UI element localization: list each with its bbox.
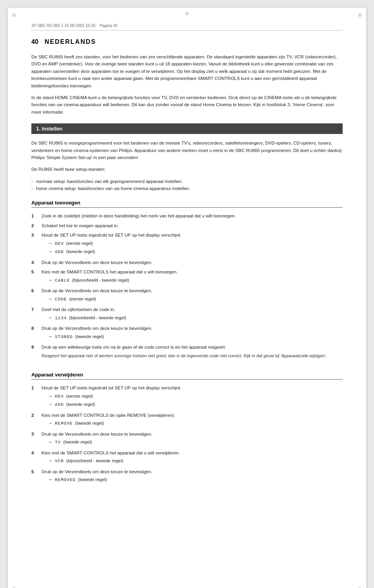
- subsection-toevoegen-heading: Apparaat toevoegen: [31, 200, 343, 208]
- section1-heading: 1. Instellen: [31, 123, 343, 134]
- step-text: Kies met de SMART CONTROLS het apparaat …: [42, 450, 180, 455]
- step-italic-note: Reageert het apparaat niet of werken som…: [42, 353, 343, 360]
- arrow-item: →DEV (eerste regel): [48, 393, 343, 400]
- setup-option-1: normale setup: basisfuncties van elk gep…: [31, 178, 343, 185]
- display-value: TV: [55, 439, 61, 446]
- display-note: (tweede regel): [66, 401, 95, 408]
- step-content: Houd de SET UP-toets ingedrukt tot SET U…: [42, 384, 343, 409]
- display-value: REMOVED: [55, 477, 76, 484]
- step-number: 4: [31, 259, 37, 266]
- list-item: 8Druk op de Verzendtoets om deze keuze t…: [31, 325, 343, 341]
- list-item: 7Geef met de cijfertoetsen de code in.→1…: [31, 306, 343, 322]
- step-text: Druk op een willekeurige toets om na te …: [42, 345, 226, 349]
- arrow-icon: →: [48, 420, 53, 427]
- arrow-item: →1234 (bijvoorbeeld - tweede regel): [48, 314, 343, 322]
- step-content: Geef met de cijfertoetsen de code in.→12…: [42, 306, 343, 322]
- display-note: (eerste regel): [66, 393, 93, 400]
- setup-options-list: normale setup: basisfuncties van elk gep…: [31, 178, 343, 192]
- setup-intro: De RU865 heeft twee setup-standen:: [31, 166, 343, 173]
- intro-section: De SBC RU865 heeft zes standen, voor het…: [31, 53, 343, 116]
- step-number: 4: [31, 449, 37, 466]
- step-content: Druk op de Verzendtoets om deze keuze te…: [42, 468, 343, 485]
- arrow-item: →STORED (tweede regel): [48, 333, 343, 341]
- step-content: Kies met de SMART CONTROLS het apparaat …: [42, 449, 343, 466]
- arrow-icon: →: [48, 401, 53, 408]
- step-number: 6: [31, 287, 37, 304]
- step-content: Schakel het toe te voegen apparaat in.: [42, 222, 343, 229]
- list-item: 6Druk op de Verzendtoets om deze keuze t…: [31, 287, 343, 304]
- step-number: 2: [31, 222, 37, 229]
- list-item: 1Zoek in de codelijst (midden in deze ha…: [31, 212, 343, 219]
- step-content: Kies met de SMART CONTROLS de optie REMO…: [42, 412, 343, 428]
- page-number: 40: [31, 38, 38, 45]
- step-text: Druk op de Verzendtoets om deze keuze te…: [42, 469, 153, 474]
- arrow-item: →ADD (tweede regel): [48, 401, 343, 409]
- intro-para-1: De SBC RU865 heeft zes standen, voor het…: [31, 53, 343, 89]
- arrow-icon: →: [48, 457, 53, 465]
- arrow-icon: →: [48, 476, 53, 483]
- display-value: CODE: [55, 296, 67, 303]
- step-number: 3: [31, 431, 37, 447]
- display-note: (tweede regel): [75, 420, 104, 427]
- step-text: Zoek in de codelijst (midden in deze han…: [42, 213, 236, 218]
- step-text: Kies met de SMART CONTROLS het apparaat …: [42, 270, 178, 274]
- doc-meta: XP SBC RU 865.1 15-08-2002 10:26 Pagina …: [31, 24, 343, 31]
- step-number: 2: [31, 412, 37, 428]
- list-item: 5Kies met de SMART CONTROLS het apparaat…: [31, 268, 343, 285]
- top-crosshair: ⊕: [185, 10, 189, 16]
- step-content: Druk op de Verzendtoets om deze keuze te…: [42, 325, 343, 341]
- step-text: Druk op de Verzendtoets om deze keuze te…: [42, 326, 153, 331]
- arrow-item: →ADD (tweede regel): [48, 248, 343, 256]
- step-number: 7: [31, 306, 37, 322]
- display-value: CABLE: [55, 277, 70, 284]
- arrow-item: →CODE (eerste regel): [48, 295, 343, 303]
- display-value: REMOVE: [55, 420, 73, 427]
- arrow-item: →DEV (eerste regel): [48, 240, 343, 248]
- arrow-icon: →: [48, 295, 53, 303]
- toevoegen-list: 1Zoek in de codelijst (midden in deze ha…: [31, 212, 343, 364]
- step-content: Zoek in de codelijst (midden in deze han…: [42, 212, 343, 219]
- arrow-item: →TV (tweede regel): [48, 438, 343, 446]
- arrow-icon: →: [48, 393, 53, 400]
- list-item: 3Houd de SET UP-toets ingedrukt tot SET …: [31, 232, 343, 257]
- display-value: VCR: [55, 458, 64, 465]
- step-number: 1: [31, 212, 37, 219]
- arrow-item: →REMOVE (tweede regel): [48, 420, 343, 427]
- display-value: ADD: [55, 249, 64, 256]
- display-note: (tweede regel): [75, 333, 104, 340]
- step-content: Druk op de Verzendtoets om deze keuze te…: [42, 259, 343, 266]
- arrow-item: →VCR (bijvoorbeeld - tweede regel): [48, 457, 343, 465]
- corner-mark-tl: ⊕: [12, 12, 16, 18]
- display-value: DEV: [55, 241, 64, 248]
- list-item: 2Kies met de SMART CONTROLS de optie REM…: [31, 412, 343, 428]
- display-note: (eerste regel): [69, 295, 96, 302]
- display-note: (tweede regel): [66, 248, 95, 255]
- step-number: 3: [31, 232, 37, 257]
- corner-mark-tr: ⊕: [358, 12, 362, 18]
- step-content: Kies met de SMART CONTROLS het apparaat …: [42, 268, 343, 285]
- arrow-icon: →: [48, 333, 53, 340]
- step-text: Druk op de Verzendtoets om deze keuze te…: [42, 260, 153, 265]
- step-content: Druk op een willekeurige toets om na te …: [42, 344, 343, 364]
- subsection-verwijderen-heading: Apparaat verwijderen: [31, 372, 343, 380]
- section1-paragraph: De SBC RU865 is voorgeprogrammeerd voor …: [31, 139, 343, 161]
- arrow-item: →CABLE (bijvoorbeeld - tweede regel): [48, 277, 343, 284]
- step-text: Kies met de SMART CONTROLS de optie REMO…: [42, 413, 175, 418]
- display-note: (bijvoorbeeld - tweede regel): [69, 314, 126, 321]
- step-text: Druk op de Verzendtoets om deze keuze te…: [42, 288, 153, 293]
- corner-mark-bl: ⊕: [12, 586, 16, 588]
- list-item: 4Druk op de Verzendtoets om deze keuze t…: [31, 259, 343, 266]
- list-item: 9Druk op een willekeurige toets om na te…: [31, 344, 343, 364]
- setup-option-2: home cinema setup: basisfuncties van uw …: [31, 185, 343, 192]
- display-note: (bijvoorbeeld - tweede regel): [72, 277, 129, 284]
- step-number: 5: [31, 468, 37, 485]
- display-note: (eerste regel): [66, 240, 93, 247]
- step-text: Houd de SET UP-toets ingedrukt tot SET U…: [42, 233, 182, 237]
- verwijderen-list: 1Houd de SET UP-toets ingedrukt tot SET …: [31, 384, 343, 485]
- page: ⊕ ⊕ ⊕ ⊕ ⊕ ⊕ XP SBC RU 865.1 15-08-2002 1…: [8, 8, 366, 588]
- arrow-icon: →: [48, 277, 53, 284]
- corner-mark-br: ⊕: [358, 586, 362, 588]
- arrow-item: →REMOVED (tweede regel): [48, 476, 343, 484]
- list-item: 5Druk op de Verzendtoets om deze keuze t…: [31, 468, 343, 485]
- display-note: (tweede regel): [63, 438, 92, 445]
